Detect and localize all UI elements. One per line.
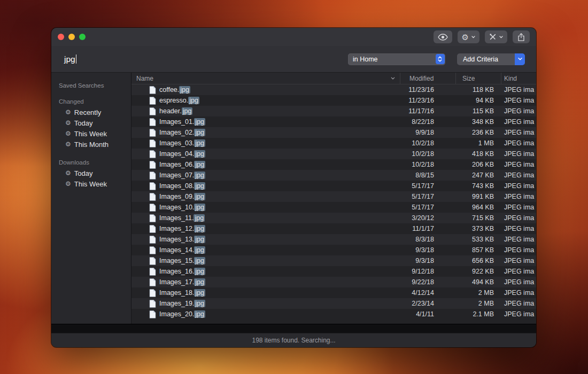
file-name-cell: Images_11.jpg: [131, 214, 400, 222]
sidebar-item-this-month[interactable]: ⚙ This Month: [51, 139, 131, 150]
table-row[interactable]: Images_12.jpg 11/1/17 373 KB JPEG ima: [131, 223, 536, 234]
table-row[interactable]: Images_04.jpg 10/2/18 418 KB JPEG ima: [131, 149, 536, 159]
table-row[interactable]: Images_18.jpg 4/12/14 2 MB JPEG ima: [131, 287, 536, 298]
size-cell: 494 KB: [455, 278, 501, 286]
sidebar-item-today[interactable]: ⚙ Today: [51, 168, 131, 178]
document-icon: [149, 225, 156, 233]
file-name-cell: Images_15.jpg: [131, 257, 400, 265]
search-match-highlight: jpg: [194, 236, 205, 243]
table-row[interactable]: Images_11.jpg 3/20/12 715 KB JPEG ima: [131, 213, 536, 223]
modified-cell: 4/12/14: [400, 289, 455, 297]
table-row[interactable]: Images_17.jpg 9/22/18 494 KB JPEG ima: [131, 277, 536, 287]
file-name-cell: Images_13.jpg: [131, 236, 400, 244]
action-menu-button[interactable]: ⚙: [458, 30, 479, 43]
search-match-highlight: jpg: [194, 257, 205, 264]
size-cell: 94 KB: [455, 97, 501, 104]
search-match-highlight: jpg: [194, 214, 205, 222]
file-name-cell: coffee.jpg: [131, 86, 400, 94]
file-name-text: Images_04.: [159, 150, 194, 158]
horizontal-scroll-strip[interactable]: [51, 324, 536, 333]
up-down-chevron-icon: [436, 54, 445, 64]
tools-menu-button[interactable]: [485, 30, 507, 43]
table-row[interactable]: Images_09.jpg 5/17/17 991 KB JPEG ima: [131, 191, 536, 202]
table-row[interactable]: header.jpg 11/17/16 115 KB JPEG ima: [131, 106, 536, 116]
kind-cell: JPEG ima: [501, 310, 536, 318]
kind-cell: JPEG ima: [501, 225, 536, 232]
search-match-highlight: jpg: [194, 172, 205, 179]
file-name-cell: Images_03.jpg: [131, 139, 400, 147]
search-match-highlight: jpg: [194, 246, 205, 254]
search-match-highlight: jpg: [194, 161, 205, 168]
table-row[interactable]: Images_13.jpg 8/3/18 533 KB JPEG ima: [131, 234, 536, 245]
file-name-text: Images_20.: [159, 310, 194, 318]
sidebar-item-this-week[interactable]: ⚙ This Week: [51, 128, 131, 139]
file-name-cell: Images_08.jpg: [131, 182, 400, 190]
file-name-text: Images_19.: [159, 300, 194, 307]
sidebar-item-recently[interactable]: ⚙ Recently: [51, 107, 131, 118]
search-bar: jpg in Home Add Criteria: [51, 46, 536, 73]
table-row[interactable]: coffee.jpg 11/23/16 118 KB JPEG ima: [131, 84, 536, 95]
size-cell: 247 KB: [455, 172, 501, 179]
table-row[interactable]: Images_06.jpg 10/2/18 206 KB JPEG ima: [131, 159, 536, 170]
table-row[interactable]: Images_07.jpg 8/8/15 247 KB JPEG ima: [131, 170, 536, 181]
modified-cell: 9/9/18: [400, 129, 455, 136]
kind-cell: JPEG ima: [501, 161, 536, 168]
table-row[interactable]: Images_19.jpg 2/23/14 2 MB JPEG ima: [131, 298, 536, 309]
chevron-down-icon: [515, 53, 525, 65]
minimize-button[interactable]: [68, 34, 75, 40]
file-name-text: Images_12.: [159, 225, 194, 232]
table-row[interactable]: Images_10.jpg 5/17/17 964 KB JPEG ima: [131, 202, 536, 213]
search-match-highlight: jpg: [179, 86, 190, 94]
sidebar-item-today[interactable]: ⚙ Today: [51, 118, 131, 128]
column-header-name[interactable]: Name: [131, 73, 400, 84]
table-row[interactable]: Images_08.jpg 5/17/17 743 KB JPEG ima: [131, 181, 536, 191]
quick-look-button[interactable]: [434, 30, 452, 43]
table-header: Name Modified Size Kind: [131, 73, 536, 84]
document-icon: [149, 310, 156, 318]
sidebar-item-this-week[interactable]: ⚙ This Week: [51, 178, 131, 189]
table-row[interactable]: espresso.jpg 11/23/16 94 KB JPEG ima: [131, 95, 536, 106]
search-match-highlight: jpg: [194, 118, 205, 126]
file-name-text: Images_13.: [159, 236, 194, 243]
table-row[interactable]: Images_02.jpg 9/9/18 236 KB JPEG ima: [131, 127, 536, 138]
column-header-modified[interactable]: Modified: [400, 73, 455, 84]
document-icon: [149, 246, 156, 254]
file-name-cell: Images_07.jpg: [131, 172, 400, 180]
table-row[interactable]: Images_03.jpg 10/2/18 1 MB JPEG ima: [131, 138, 536, 149]
window-titlebar[interactable]: ⚙: [51, 28, 536, 46]
document-icon: [149, 268, 156, 276]
kind-cell: JPEG ima: [501, 214, 536, 222]
modified-cell: 9/22/18: [400, 278, 455, 286]
search-input[interactable]: jpg: [64, 54, 336, 64]
close-button[interactable]: [58, 34, 64, 40]
table-row[interactable]: Images_01.jpg 8/22/18 348 KB JPEG ima: [131, 116, 536, 127]
modified-cell: 10/2/18: [400, 150, 455, 158]
table-row[interactable]: Images_15.jpg 9/3/18 656 KB JPEG ima: [131, 255, 536, 266]
table-row[interactable]: Images_20.jpg 4/1/11 2.1 MB JPEG ima: [131, 309, 536, 320]
size-cell: 715 KB: [455, 214, 501, 222]
file-name-cell: Images_19.jpg: [131, 300, 400, 308]
size-cell: 1 MB: [455, 139, 501, 147]
kind-cell: JPEG ima: [501, 182, 536, 190]
modified-cell: 9/3/18: [400, 257, 455, 264]
size-cell: 418 KB: [455, 150, 501, 158]
scope-dropdown[interactable]: in Home: [348, 53, 445, 65]
share-button[interactable]: [513, 30, 530, 43]
file-name-text: coffee.: [159, 86, 179, 94]
column-header-kind[interactable]: Kind: [501, 73, 536, 84]
kind-cell: JPEG ima: [501, 118, 536, 126]
tools-icon: [489, 33, 497, 41]
modified-cell: 2/23/14: [400, 300, 455, 307]
size-cell: 2 MB: [455, 289, 501, 297]
add-criteria-button[interactable]: Add Criteria: [457, 53, 525, 65]
zoom-button[interactable]: [79, 34, 86, 40]
modified-cell: 11/23/16: [400, 97, 455, 104]
add-criteria-label: Add Criteria: [463, 56, 498, 63]
file-name-text: Images_03.: [159, 139, 194, 147]
column-header-size[interactable]: Size: [455, 73, 501, 84]
search-match-highlight: jpg: [194, 300, 205, 307]
table-row[interactable]: Images_14.jpg 9/3/18 857 KB JPEG ima: [131, 245, 536, 255]
table-row[interactable]: Images_16.jpg 9/12/18 922 KB JPEG ima: [131, 266, 536, 277]
file-name-cell: Images_04.jpg: [131, 150, 400, 158]
document-icon: [149, 182, 156, 190]
